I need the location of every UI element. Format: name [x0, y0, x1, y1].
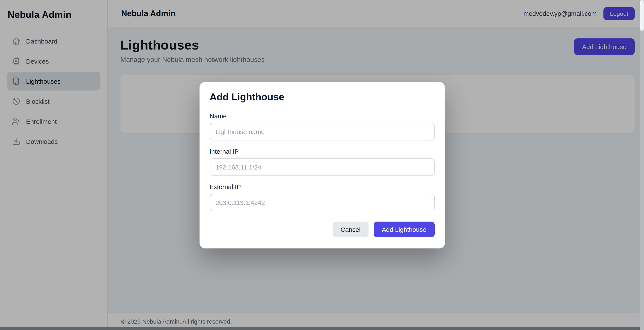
name-field-label: Name	[210, 112, 434, 119]
name-input[interactable]	[210, 123, 434, 140]
modal-title: Add Lighthouse	[210, 91, 434, 103]
internal-ip-field-label: Internal IP	[210, 148, 434, 155]
modal-actions: Cancel Add Lighthouse	[210, 221, 434, 237]
external-ip-field-label: External IP	[210, 183, 434, 190]
scrollbar-thumb[interactable]	[640, 0, 644, 31]
internal-ip-input[interactable]	[210, 158, 434, 176]
app-window: Nebula Admin Dashboard Devices	[0, 0, 644, 330]
external-ip-input[interactable]	[210, 194, 434, 211]
modal-add-lighthouse-button[interactable]: Add Lighthouse	[374, 221, 434, 237]
name-field-group: Name	[210, 112, 434, 140]
scrollbar[interactable]	[640, 0, 644, 330]
external-ip-field-group: External IP	[210, 183, 434, 211]
cancel-button[interactable]: Cancel	[332, 221, 368, 237]
add-lighthouse-modal: Add Lighthouse Name Internal IP External…	[199, 82, 445, 248]
internal-ip-field-group: Internal IP	[210, 148, 434, 176]
